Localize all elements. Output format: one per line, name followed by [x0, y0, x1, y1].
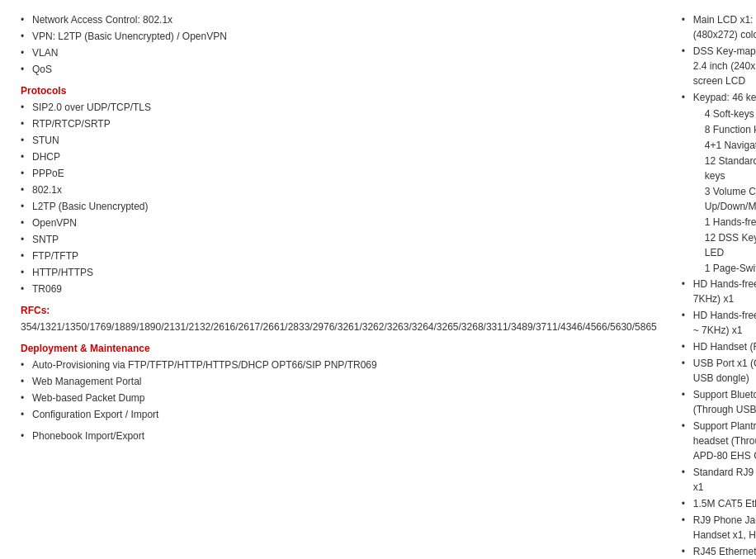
list-item: •Keypad: 46 keys, including: [682, 90, 756, 105]
list-item: •HTTP/HTTPS: [21, 265, 657, 280]
list-item: •Phonebook Import/Export: [21, 429, 657, 443]
pre-protocols-section: • Network Access Control: 802.1x • VPN: …: [21, 12, 657, 77]
list-item: •FTP/TFTP: [21, 249, 657, 263]
list-item: 4+1 Navigation keys + OK: [682, 138, 756, 153]
list-item: 1 Page-Switch (PS) key: [682, 261, 756, 276]
list-item: 12 DSS Keys with tri-color LED: [682, 230, 756, 260]
list-item: •RJ9 Phone Jacket x2: Handset x1, Headph…: [682, 513, 756, 542]
list-item: •DHCP: [21, 149, 657, 164]
list-item: • Network Access Control: 802.1x: [21, 12, 657, 27]
list-item: • VPN: L2TP (Basic Unencrypted) / OpenVP…: [21, 29, 657, 44]
rfcs-title: RFCs:: [21, 305, 657, 316]
list-item: •Support Plantronics Wireless headset (T…: [682, 419, 756, 463]
list-item: •STUN: [21, 133, 657, 148]
list-item: •SIP2.0 over UDP/TCP/TLS: [21, 100, 657, 115]
list-item: •HD Handset (RJ9) x1: [682, 339, 756, 354]
list-item: •Main LCD x1: 4.3 inch (480x272) color-s…: [682, 12, 756, 42]
function-keys-item: 8 Function keys: [682, 122, 756, 137]
list-item: •802.1x: [21, 182, 657, 197]
other-section: •HD Hands-free Speaker (0 ~ 7KHz) x1 •HD…: [682, 277, 756, 559]
rfcs-text: 354/1321/1350/1769/1889/1890/2131/2132/2…: [21, 320, 657, 334]
list-item: •Support Bluetooth headset (Through USB …: [682, 387, 756, 417]
rfcs-section: RFCs: 354/1321/1350/1769/1889/1890/2131/…: [21, 305, 657, 334]
deployment-title: Deployment & Maintenance: [21, 343, 657, 354]
left-column: • Network Access Control: 802.1x • VPN: …: [17, 8, 661, 559]
list-item: •1.5M CAT5 Ethernet Cable x1: [682, 496, 756, 511]
list-item: 12 Standard Phone Digits keys: [682, 154, 756, 183]
list-item: 3 Volume Control keys, Up/Down/Mute(Micr…: [682, 184, 756, 214]
list-item: 1 Hands-free key: [682, 215, 756, 230]
deployment-section: Deployment & Maintenance •Auto-Provision…: [21, 343, 657, 443]
list-item: • QoS: [21, 62, 657, 77]
list-item: •Web-based Packet Dump: [21, 391, 657, 405]
list-item: •OpenVPN: [21, 216, 657, 230]
list-item: •Web Management Portal: [21, 374, 657, 389]
list-item: •Standard RJ9 Handset Wire x1: [682, 465, 756, 495]
right-column: •Main LCD x1: 4.3 inch (480x272) color-s…: [678, 8, 756, 559]
list-item: •HD Hands-free Speaker (0 ~ 7KHz) x1: [682, 277, 756, 306]
list-item: 4 Soft-keys: [682, 107, 756, 121]
list-item: •USB Port x1 (Connect with BT USB dongle…: [682, 356, 756, 386]
list-item: •TR069: [21, 282, 657, 296]
list-item: •RTP/RTCP/SRTP: [21, 116, 657, 131]
list-item: •HD Hands-free Microphone (0 ~ 7KHz) x1: [682, 308, 756, 338]
list-item: • VLAN: [21, 45, 657, 60]
list-item: •L2TP (Basic Unencrypted): [21, 199, 657, 214]
list-item: •DSS Key-mapping LCD x2: 2.4 inch (240x3…: [682, 44, 756, 88]
display-section: •Main LCD x1: 4.3 inch (480x272) color-s…: [682, 12, 756, 105]
list-item: •SNTP: [21, 232, 657, 247]
protocols-section: Protocols •SIP2.0 over UDP/TCP/TLS •RTP/…: [21, 85, 657, 296]
protocols-title: Protocols: [21, 85, 657, 97]
list-item: •RJ45 Ethernet Jacket x2: Network x1 ,: [682, 544, 756, 559]
list-item: •PPPoE: [21, 166, 657, 181]
main-content: • Network Access Control: 802.1x • VPN: …: [17, 8, 739, 559]
keypad-section: 4 Soft-keys 8 Function keys 4+1 Navigati…: [682, 107, 756, 276]
list-item: •Auto-Provisioning via FTP/TFTP/HTTP/HTT…: [21, 358, 657, 372]
list-item: •Configuration Export / Import: [21, 407, 657, 422]
